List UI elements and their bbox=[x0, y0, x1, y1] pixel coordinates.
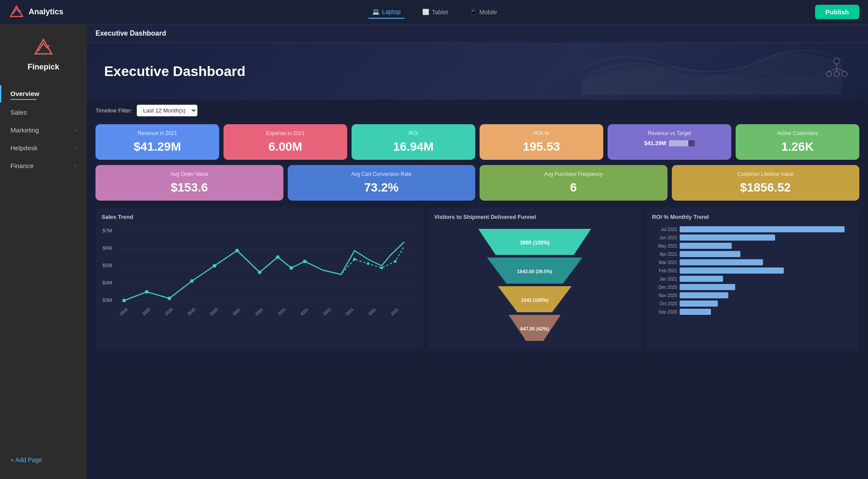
sidebar-logo-icon bbox=[33, 37, 54, 59]
tab-tablet[interactable]: ⬜ Tablet bbox=[418, 6, 452, 18]
app-logo-area: Analytics bbox=[9, 4, 63, 20]
svg-text:2021: 2021 bbox=[390, 307, 400, 316]
main-content: Executive Dashboard Executive Dashboard bbox=[87, 24, 868, 479]
svg-point-32 bbox=[380, 267, 383, 269]
roi-bar-track bbox=[680, 268, 853, 274]
svg-text:2020: 2020 bbox=[187, 307, 196, 316]
roi-bar-label: Jun 2021 bbox=[652, 235, 677, 240]
kpi-avg-order: Avg Order Value $153.6 bbox=[95, 165, 283, 201]
roi-bar-row: May 2021 bbox=[652, 243, 853, 249]
kpi-active-customers: Active Customers 1.26K bbox=[736, 124, 859, 160]
kpi-purchase-freq-title: Avg Purchase Frequency bbox=[487, 171, 661, 177]
svg-point-5 bbox=[842, 72, 847, 77]
funnel-title: Visitors to Shipment Delivered Funnel bbox=[434, 214, 636, 220]
roi-bar-row: Jun 2021 bbox=[652, 235, 853, 241]
roi-bar-label: May 2021 bbox=[652, 244, 677, 248]
sidebar-brand-area: Finepick bbox=[0, 33, 87, 80]
kpi-avg-order-value: $153.6 bbox=[102, 181, 276, 195]
svg-line-9 bbox=[837, 69, 845, 72]
svg-point-20 bbox=[122, 299, 126, 302]
kpi-ltv-value: $1856.52 bbox=[679, 181, 853, 195]
roi-bar-label: Mar 2021 bbox=[652, 260, 677, 265]
kpi-ltv: Customer Lifetime Value $1856.52 bbox=[672, 165, 860, 201]
main-layout: Finepick Overview Sales Marketing › Help… bbox=[0, 0, 868, 479]
marketing-arrow-icon: › bbox=[75, 127, 76, 133]
svg-text:647.00 (42%): 647.00 (42%) bbox=[520, 326, 549, 331]
svg-point-26 bbox=[258, 271, 261, 274]
svg-text:$6M: $6M bbox=[102, 245, 112, 251]
roi-bar-fill bbox=[680, 284, 735, 290]
sales-trend-panel: Sales Trend $7M $6M $5M $4M $3M bbox=[95, 208, 424, 349]
sales-trend-title: Sales Trend bbox=[102, 214, 418, 220]
svg-text:2021: 2021 bbox=[322, 307, 332, 316]
svg-point-33 bbox=[394, 260, 396, 263]
roi-bar-row: Apr 2021 bbox=[652, 251, 853, 257]
tablet-icon: ⬜ bbox=[422, 9, 429, 15]
mobile-icon: 📱 bbox=[470, 9, 477, 15]
svg-text:2021: 2021 bbox=[232, 307, 241, 316]
roi-bar-label: Jul 2021 bbox=[652, 227, 677, 232]
timeline-select[interactable]: Last 12 Month(s) Last 6 Month(s) Last 3 … bbox=[137, 105, 197, 116]
svg-marker-1 bbox=[35, 40, 52, 54]
svg-point-21 bbox=[145, 290, 148, 294]
sales-trend-chart: $7M $6M $5M $4M $3M bbox=[102, 225, 418, 343]
roi-bar-fill bbox=[680, 259, 763, 265]
svg-marker-0 bbox=[10, 6, 23, 17]
timeline-filter-label: Timeline Filter: bbox=[95, 107, 132, 114]
roi-bar-fill bbox=[680, 235, 775, 241]
svg-point-24 bbox=[213, 264, 216, 268]
timeline-filter-area: Timeline Filter: Last 12 Month(s) Last 6… bbox=[87, 99, 868, 122]
svg-point-25 bbox=[235, 249, 239, 252]
roi-bar-label: Apr 2021 bbox=[652, 252, 677, 257]
roi-bar-track bbox=[680, 243, 853, 249]
publish-button[interactable]: Publish bbox=[815, 5, 859, 19]
roi-bar-track bbox=[680, 284, 853, 290]
tab-tablet-label: Tablet bbox=[432, 9, 448, 16]
kpi-cart-conversion-title: Avg Cart Conversion Rate bbox=[295, 171, 469, 177]
funnel-panel: Visitors to Shipment Delivered Funnel 39… bbox=[428, 208, 642, 349]
tab-laptop[interactable]: 💻 Laptop bbox=[368, 6, 405, 19]
page-header: Executive Dashboard bbox=[87, 24, 868, 43]
roi-bar-row: Oct 2020 bbox=[652, 301, 853, 307]
kpi-revenue-value: $41.29M bbox=[102, 140, 212, 154]
finance-arrow-icon: › bbox=[75, 163, 76, 169]
svg-point-28 bbox=[289, 266, 293, 270]
roi-bar-row: Jan 2021 bbox=[652, 276, 853, 282]
roi-bar-row: Dec 2020 bbox=[652, 284, 853, 290]
roi-bar-fill bbox=[680, 251, 740, 257]
svg-text:$4M: $4M bbox=[102, 280, 112, 285]
svg-point-30 bbox=[353, 258, 356, 261]
svg-text:2021: 2021 bbox=[368, 307, 377, 316]
svg-point-23 bbox=[190, 279, 194, 283]
app-logo-icon bbox=[9, 4, 24, 20]
rev-target-bar-bg bbox=[669, 140, 695, 146]
roi-bar-fill bbox=[680, 268, 784, 274]
kpi-rev-target-title: Revenue vs Target bbox=[615, 130, 724, 136]
roi-bar-track bbox=[680, 292, 853, 298]
sidebar-nav: Overview Sales Marketing › Helpdesk › Fi… bbox=[0, 80, 87, 449]
tab-mobile[interactable]: 📱 Mobile bbox=[465, 6, 501, 18]
svg-point-2 bbox=[834, 58, 840, 64]
sidebar-item-helpdesk[interactable]: Helpdesk › bbox=[0, 139, 87, 157]
svg-text:1542 (100%): 1542 (100%) bbox=[521, 297, 549, 303]
rev-target-bar-area: $41.29M bbox=[615, 140, 724, 146]
roi-bar-row: Sep 2020 bbox=[652, 309, 853, 315]
roi-bar-label: Sep 2020 bbox=[652, 310, 677, 314]
sidebar-item-finance[interactable]: Finance › bbox=[0, 157, 87, 175]
roi-bar-row: Nov 2020 bbox=[652, 292, 853, 298]
kpi-active-customers-title: Active Customers bbox=[743, 130, 852, 136]
add-page-button[interactable]: + Add Page bbox=[0, 449, 87, 470]
svg-point-27 bbox=[276, 255, 279, 259]
sidebar: Finepick Overview Sales Marketing › Help… bbox=[0, 24, 87, 479]
svg-point-31 bbox=[367, 262, 369, 265]
kpi-revenue-title: Revenue in 2021 bbox=[102, 130, 212, 136]
kpi-cart-conversion: Avg Cart Conversion Rate 73.2% bbox=[288, 165, 476, 201]
sidebar-item-marketing[interactable]: Marketing › bbox=[0, 121, 87, 139]
roi-bar-track bbox=[680, 301, 853, 307]
kpi-revenue-2021: Revenue in 2021 $41.29M bbox=[95, 124, 219, 160]
roi-bar-track bbox=[680, 251, 853, 257]
kpi-roi: ROI 16.94M bbox=[352, 124, 475, 160]
sidebar-item-sales[interactable]: Sales bbox=[0, 103, 87, 121]
roi-bar-row: Jul 2021 bbox=[652, 226, 853, 232]
roi-bar-track bbox=[680, 235, 853, 241]
